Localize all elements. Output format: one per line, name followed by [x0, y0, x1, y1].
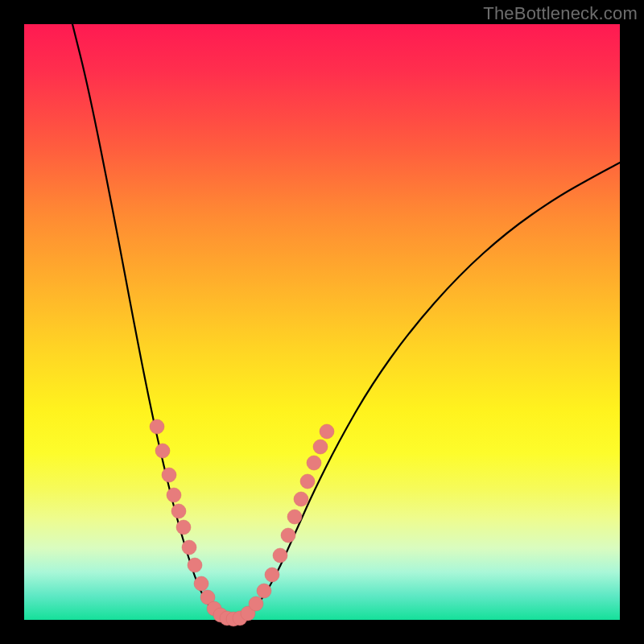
data-marker — [265, 568, 279, 582]
bottleneck-curve — [72, 24, 620, 619]
plot-area — [24, 24, 620, 620]
chart-overlay — [24, 24, 620, 620]
data-marker — [273, 548, 287, 563]
data-marker — [320, 424, 334, 439]
data-marker — [155, 444, 170, 458]
data-marker — [167, 488, 181, 502]
data-marker — [294, 492, 308, 506]
data-marker — [162, 468, 176, 482]
data-marker — [182, 540, 196, 555]
data-marker — [281, 528, 295, 543]
data-marker — [307, 456, 321, 470]
data-marker — [188, 558, 202, 572]
data-marker — [313, 440, 328, 454]
data-marker — [300, 474, 315, 489]
data-marker — [150, 419, 164, 434]
data-marker — [249, 597, 263, 611]
watermark-text: TheBottleneck.com — [483, 3, 638, 24]
data-marker — [176, 520, 191, 535]
data-marker — [194, 576, 208, 591]
data-marker — [287, 510, 302, 524]
data-marker — [171, 504, 186, 518]
data-markers — [150, 419, 334, 626]
data-marker — [257, 584, 271, 598]
chart-frame: TheBottleneck.com — [0, 0, 644, 644]
